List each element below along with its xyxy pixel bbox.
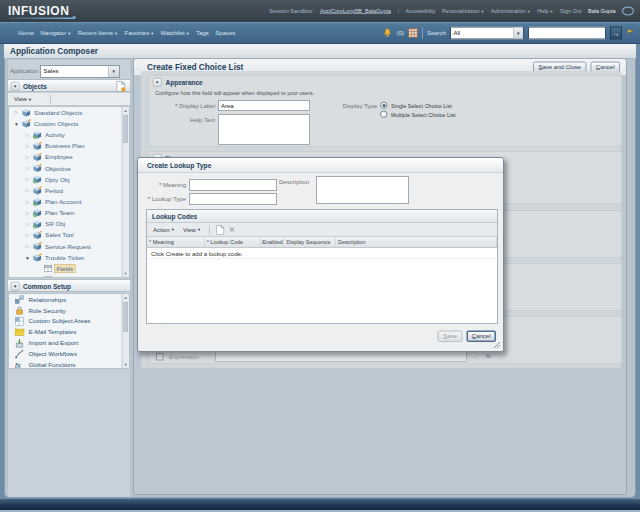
view-menu[interactable]: View▼ xyxy=(14,96,32,103)
common-setup-item-custom-subject-areas[interactable]: Custom Subject Areas xyxy=(9,316,129,327)
expression-checkbox[interactable] xyxy=(156,353,164,361)
tree-scrollbar[interactable]: ▲▼ xyxy=(122,107,130,277)
expand-arrow-icon[interactable]: ▷ xyxy=(24,210,31,215)
lookup-codes-empty-row: Click Create to add a lookup code. xyxy=(147,248,497,259)
nav-item-recent-items[interactable]: Recent Items▼ xyxy=(78,30,118,37)
bell-icon[interactable] xyxy=(383,28,393,39)
tree-item-opty-obj[interactable]: ▷Opty Obj xyxy=(9,174,129,185)
chat-icon[interactable] xyxy=(622,7,634,16)
expand-arrow-icon[interactable]: ▷ xyxy=(24,132,31,137)
common-setup-item-global-functions[interactable]: fxGlobal Functions xyxy=(9,359,129,369)
expand-arrow-icon[interactable]: ▷ xyxy=(24,144,31,149)
action-menu[interactable]: Action▼ xyxy=(153,226,175,233)
global-menu-personalization[interactable]: Personalization▼ xyxy=(442,8,485,14)
chevron-down-icon[interactable]: ▼ xyxy=(108,66,119,77)
collapse-arrow-icon[interactable]: ▼ xyxy=(13,121,20,127)
search-scope-select[interactable]: All▼ xyxy=(450,27,524,40)
advanced-search-icon[interactable] xyxy=(626,28,635,38)
common-setup-item-e-mail-templates[interactable]: E-Mail Templates xyxy=(9,327,129,338)
expression-input[interactable] xyxy=(215,351,467,362)
column-header-description[interactable]: Description xyxy=(336,237,497,247)
tree-item-plan-team[interactable]: ▷Plan Team xyxy=(9,207,129,218)
global-menu-help[interactable]: Help▼ xyxy=(537,8,553,14)
collapse-arrow-icon[interactable]: ▼ xyxy=(24,255,31,261)
nav-item-watchlist[interactable]: Watchlist▼ xyxy=(161,30,190,37)
nav-item-home[interactable]: Home xyxy=(18,30,34,37)
column-header-meaning[interactable]: * Meaning xyxy=(147,237,205,247)
common-setup-item-import-and-export[interactable]: Import and Export xyxy=(9,338,129,349)
tree-item-custom-objects[interactable]: ▼Custom Objects xyxy=(9,118,129,129)
tree-item-employee[interactable]: ▷Employee xyxy=(9,152,129,163)
tree-item-label: Sales Tool xyxy=(43,231,76,239)
application-select[interactable]: Sales▼ xyxy=(40,65,120,78)
tree-item-objective[interactable]: ▷Objective xyxy=(9,163,129,174)
cube-green-icon xyxy=(31,129,43,140)
lookup-type-input[interactable] xyxy=(189,193,277,205)
tree-item-standard-objects[interactable]: ▷Standard Objects xyxy=(9,107,129,118)
column-header-display-sequence[interactable]: Display Sequence xyxy=(284,237,336,247)
collapse-icon[interactable]: ▾ xyxy=(11,282,20,291)
expand-arrow-icon[interactable]: ▷ xyxy=(24,233,31,238)
session-sandbox-link[interactable]: ApplCoreLong5B_BalaGupta xyxy=(320,8,391,14)
global-menu-sign-out[interactable]: Sign Out xyxy=(560,8,581,14)
common-setup-item-relationships[interactable]: Relationships xyxy=(9,294,129,305)
meaning-input[interactable] xyxy=(189,179,277,191)
tree-item-sr-obj[interactable]: ▷SR Obj xyxy=(9,218,129,229)
common-setup-scrollbar[interactable]: ▲▼ xyxy=(122,294,130,368)
expression-picker[interactable]: ... xyxy=(472,352,477,359)
expression-label: Expression xyxy=(169,353,199,360)
common-setup-item-role-security[interactable]: Role Security xyxy=(9,305,129,316)
tree-item-plan-account[interactable]: ▷Plan Account xyxy=(9,196,129,207)
tree-item-sales-tool[interactable]: ▷Sales Tool xyxy=(9,230,129,241)
global-menu-administration[interactable]: Administration▼ xyxy=(491,8,531,14)
cube-custom-icon xyxy=(31,230,43,241)
expression-fx-icon[interactable]: fx xyxy=(486,352,491,359)
column-header-enabled[interactable]: Enabled xyxy=(260,237,284,247)
help-text-input[interactable] xyxy=(218,114,310,145)
collapse-icon[interactable]: ▾ xyxy=(153,78,162,87)
expand-arrow-icon[interactable]: ▷ xyxy=(24,155,31,160)
nav-item-tags[interactable]: Tags xyxy=(196,30,209,37)
tree-item[interactable] xyxy=(9,274,129,278)
column-header-lookup-code[interactable]: * Lookup Code xyxy=(205,237,261,247)
tree-item-activity[interactable]: ▷Activity xyxy=(9,129,129,140)
tree-item-business-plan[interactable]: ▷Business Plan xyxy=(9,140,129,151)
search-go-button[interactable]: → xyxy=(610,27,622,40)
tree-item-fields[interactable]: Fields xyxy=(9,263,129,274)
new-object-icon[interactable] xyxy=(115,81,126,92)
create-icon[interactable] xyxy=(215,225,225,236)
cube-green-icon xyxy=(31,196,43,207)
dialog-title: Create Lookup Type xyxy=(147,162,211,170)
multiple-select-radio[interactable] xyxy=(380,111,388,119)
tree-item-label: SR Obj xyxy=(43,220,67,228)
nav-item-favorites[interactable]: Favorites▼ xyxy=(124,30,154,37)
common-setup-item-object-workflows[interactable]: Object Workflows xyxy=(9,348,129,359)
global-menu-accessibility[interactable]: Accessibility xyxy=(405,8,435,14)
chevron-down-icon[interactable]: ▼ xyxy=(513,28,523,39)
nav-item-spaces[interactable]: Spaces xyxy=(215,30,235,37)
objects-panel-header[interactable]: ▾ Objects xyxy=(8,79,130,92)
expand-arrow-icon[interactable]: ▷ xyxy=(24,177,31,182)
collapse-icon[interactable]: ▾ xyxy=(11,82,20,91)
expand-arrow-icon[interactable]: ▷ xyxy=(24,222,31,227)
single-select-radio[interactable] xyxy=(380,102,388,110)
dialog-cancel-button[interactable]: Cancel xyxy=(466,331,496,343)
dialog-save-button[interactable]: Save xyxy=(438,331,463,343)
resize-grip[interactable] xyxy=(493,341,501,349)
tree-item-trouble-ticket[interactable]: ▼Trouble Ticket xyxy=(9,252,129,263)
display-label-input[interactable]: Area xyxy=(218,100,310,111)
delete-icon[interactable]: ✕ xyxy=(229,226,235,234)
expand-arrow-icon[interactable]: ▷ xyxy=(13,110,20,115)
view-menu[interactable]: View▼ xyxy=(183,226,201,233)
tree-item-period[interactable]: ▷Period xyxy=(9,185,129,196)
expand-arrow-icon[interactable]: ▷ xyxy=(24,244,31,249)
calendar-grid-icon[interactable] xyxy=(408,28,418,38)
nav-item-navigator[interactable]: Navigator▼ xyxy=(41,30,72,37)
search-input[interactable] xyxy=(528,27,606,40)
common-setup-header[interactable]: ▾ Common Setup xyxy=(8,279,130,292)
expand-arrow-icon[interactable]: ▷ xyxy=(24,199,31,204)
description-input[interactable] xyxy=(316,176,409,204)
tree-item-service-request[interactable]: ▷Service Request xyxy=(9,241,129,252)
expand-arrow-icon[interactable]: ▷ xyxy=(24,188,31,193)
expand-arrow-icon[interactable]: ▷ xyxy=(24,166,31,171)
